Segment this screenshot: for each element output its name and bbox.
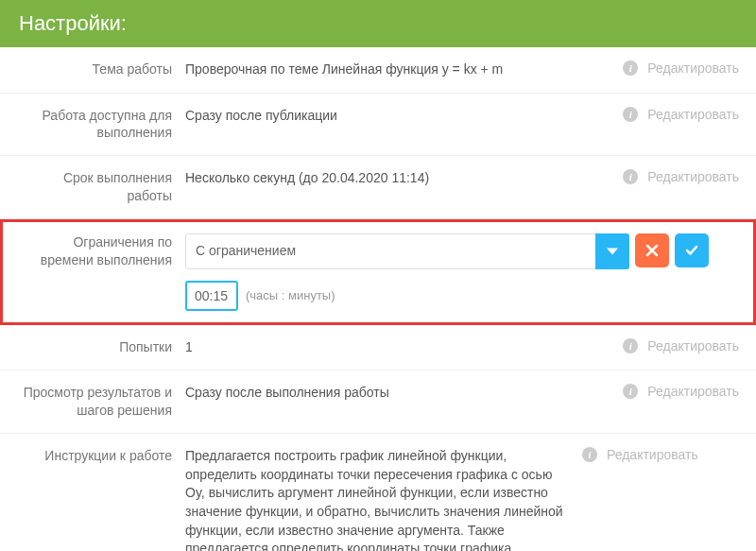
check-icon: [684, 243, 699, 258]
info-icon[interactable]: i: [623, 60, 638, 76]
edit-results-view[interactable]: Редактировать: [647, 384, 739, 399]
time-limit-select[interactable]: С ограничением: [185, 233, 629, 269]
label-attempts: Попытки: [17, 338, 185, 356]
edit-deadline[interactable]: Редактировать: [647, 169, 739, 184]
value-results-view: Сразу после выполнения работы: [185, 384, 623, 403]
edit-availability[interactable]: Редактировать: [647, 107, 739, 122]
row-attempts: Попытки 1 i Редактировать: [0, 325, 756, 371]
row-results-view: Просмотр результатов и шагов решения Сра…: [0, 370, 756, 434]
label-instructions: Инструкции к работе: [17, 447, 185, 465]
close-icon: [645, 244, 659, 257]
row-time-limit: Ограничения по времени выполнения С огра…: [0, 219, 756, 325]
info-icon[interactable]: i: [623, 107, 638, 122]
page-title: Настройки:: [0, 0, 756, 47]
row-topic: Тема работы Проверочная по теме Линейная…: [0, 47, 756, 94]
value-instructions: Предлагается построить график линейной ф…: [185, 447, 582, 551]
time-hint: (часы : минуты): [246, 287, 335, 304]
info-icon[interactable]: i: [623, 338, 638, 353]
edit-topic[interactable]: Редактировать: [647, 60, 739, 76]
value-attempts: 1: [185, 338, 623, 357]
label-time-limit: Ограничения по времени выполнения: [17, 233, 185, 269]
label-deadline: Срок выполнения работы: [17, 169, 185, 205]
row-instructions: Инструкции к работе Предлагается построи…: [0, 434, 756, 551]
label-topic: Тема работы: [17, 60, 185, 78]
value-availability: Сразу после публикации: [185, 107, 623, 126]
time-limit-select-value: С ограничением: [196, 243, 296, 258]
cancel-button[interactable]: [635, 233, 669, 267]
settings-panel: Тема работы Проверочная по теме Линейная…: [0, 47, 756, 551]
value-topic: Проверочная по теме Линейная функция y =…: [185, 60, 623, 79]
edit-instructions[interactable]: Редактировать: [607, 447, 698, 462]
edit-attempts[interactable]: Редактировать: [647, 338, 739, 353]
info-icon[interactable]: i: [582, 447, 597, 462]
time-input[interactable]: [185, 281, 238, 311]
chevron-down-icon: [607, 246, 618, 257]
value-deadline: Несколько секунд (до 20.04.2020 11:14): [185, 169, 623, 188]
row-deadline: Срок выполнения работы Несколько секунд …: [0, 156, 756, 219]
label-availability: Работа доступна для выполнения: [17, 107, 185, 143]
info-icon[interactable]: i: [623, 169, 638, 184]
dropdown-toggle[interactable]: [595, 233, 629, 269]
info-icon[interactable]: i: [623, 384, 638, 399]
label-results-view: Просмотр результатов и шагов решения: [17, 384, 185, 420]
confirm-button[interactable]: [675, 233, 709, 267]
row-availability: Работа доступна для выполнения Сразу пос…: [0, 94, 756, 157]
